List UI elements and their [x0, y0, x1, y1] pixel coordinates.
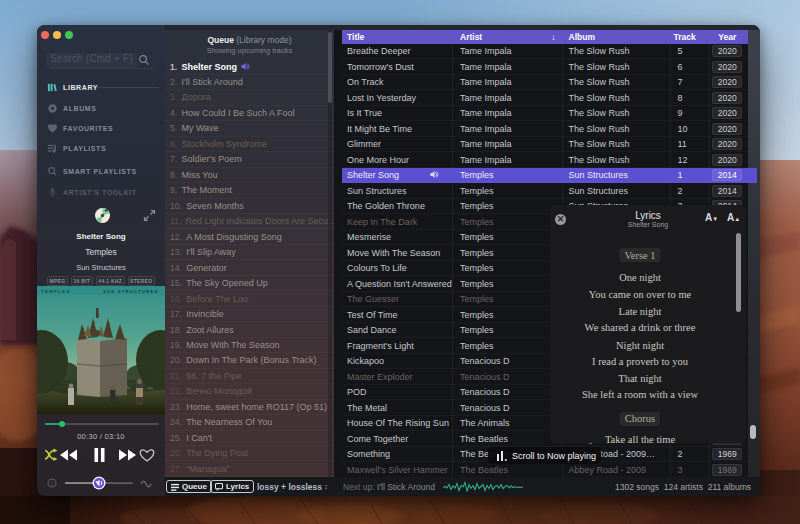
svg-text:i: i: [51, 480, 53, 487]
svg-text:SUN STRUCTURES: SUN STRUCTURES: [103, 289, 158, 294]
svg-text:TEMPLES: TEMPLES: [41, 289, 71, 294]
